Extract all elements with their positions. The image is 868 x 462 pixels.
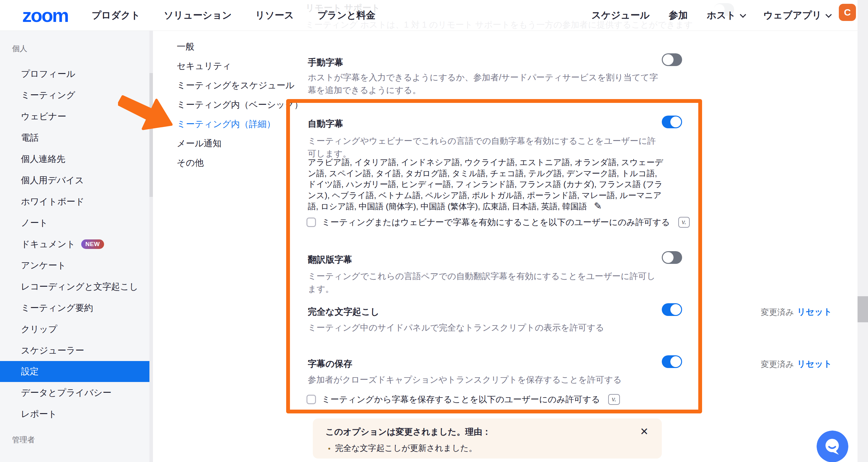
sidebar-item-webinars[interactable]: ウェビナー [0,106,149,127]
nav-schedule[interactable]: スケジュール [591,9,650,22]
zoom-settings-page: リモート サポート ミーティング ホストは、1 対 1 のリモート サポートをも… [0,0,868,462]
toggle-knob [670,356,681,367]
restrict-captions-checkbox[interactable] [307,218,316,227]
sidebar-item-personal-devices[interactable]: 個人用デバイス [0,170,149,191]
restrict-captions-label: ミーティングまたはウェビナーで字幕を有効にすることを以下のユーザーにのみ許可する [322,216,670,228]
page-scrollbar-track [858,0,868,462]
notification-title: このオプションは変更されました。理由： [326,426,649,437]
sidebar-item-reports[interactable]: レポート [0,403,149,425]
subnav-email-notification[interactable]: メール通知 [177,138,303,149]
header-right-nav: スケジュール 参加 ホスト ウェブアプリ [591,0,830,31]
sidebar-item-meeting-summary[interactable]: ミーティング要約 [0,297,149,318]
zoom-logo[interactable]: zoom [22,4,68,26]
restrict-save-checkbox[interactable] [307,395,316,404]
subnav-schedule-meeting[interactable]: ミーティングをスケジュール [177,80,303,90]
sidebar-item-personal-contacts[interactable]: 個人連絡先 [0,148,149,170]
nav-host-label: ホスト [707,9,736,22]
full-transcript-desc: ミーティング中のサイドパネルで完全なトランスクリプトの表示を許可する [308,321,661,334]
sidebar-section-personal: 個人 [12,44,27,54]
save-captions-title: 字幕の保存 [308,358,352,370]
save-captions-desc: 参加者がクローズドキャプションやトランスクリプトを保存することを許可する [308,373,661,386]
sidebar-item-notes[interactable]: ノート [0,212,149,233]
sidebar-item-surveys[interactable]: アンケート [0,255,149,276]
sidebar-item-profile[interactable]: プロフィール [0,63,149,84]
auto-captions-toggle[interactable] [662,116,682,128]
nav-resources[interactable]: リソース [255,9,294,22]
nav-host-menu[interactable]: ホスト [707,9,744,22]
sidebar-list: プロフィール ミーティング ウェビナー 電話 個人連絡先 個人用デバイス ホワイ… [0,63,149,425]
manual-captions-toggle[interactable] [662,53,682,66]
page-scrollbar-thumb[interactable] [858,296,868,322]
sidebar-item-whiteboard[interactable]: ホワイトボード [0,191,149,212]
new-badge: NEW [81,239,104,249]
nav-solutions[interactable]: ソリューション [164,9,231,22]
sidebar-item-recordings[interactable]: レコーディングと文字起こし [0,276,149,297]
nav-webapp-menu[interactable]: ウェブアプリ [763,9,830,22]
save-captions-toggle[interactable] [662,355,682,368]
chevron-down-icon [826,11,832,18]
full-transcript-title: 完全な文字起こし [308,306,379,318]
restrict-save-label: ミーティングから字幕を保存することを以下のユーザーにのみ許可する [322,394,600,405]
full-transcript-toggle[interactable] [662,303,682,316]
nav-webapp-label: ウェブアプリ [763,9,822,22]
version-badge-icon[interactable]: v. [608,394,620,405]
sidebar-item-meetings[interactable]: ミーティング [0,84,149,106]
sidebar-section-admin: 管理者 [12,435,35,445]
close-icon[interactable]: ✕ [640,426,648,437]
auto-captions-languages: アラビア語, イタリア語, インドネシア語, ウクライナ語, エストニア語, オ… [308,157,666,212]
version-badge-icon[interactable]: v. [678,217,690,228]
toggle-knob [663,54,674,65]
settings-subnav: 一般 セキュリティ ミーティングをスケジュール ミーティング内（ベーシック） ミ… [177,41,303,177]
save-captions-modified-badge: 変更済み [761,359,794,370]
languages-text: アラビア語, イタリア語, インドネシア語, ウクライナ語, エストニア語, オ… [308,157,663,211]
subnav-general[interactable]: 一般 [177,41,303,52]
bullet-icon: • [328,444,331,453]
nav-join[interactable]: 参加 [669,9,688,22]
sidebar-item-documents[interactable]: ドキュメントNEW [0,233,149,255]
subnav-security[interactable]: セキュリティ [177,61,303,71]
subnav-in-meeting-basic[interactable]: ミーティング内（ベーシック） [177,99,303,110]
change-notification: このオプションは変更されました。理由： •完全な文字起こしが更新されました。 ✕ [313,418,662,459]
notification-reason-text: 完全な文字起こしが更新されました。 [335,443,477,453]
full-transcript-modified-badge: 変更済み [761,307,794,318]
sidebar-item-settings[interactable]: 設定 [0,361,149,382]
sidebar-item-label: ドキュメント [21,238,75,250]
translated-captions-desc: ミーティングでこれらの言語ペアでの自動翻訳字幕を有効にすることをユーザーに許可し… [308,270,661,295]
auto-captions-restrict-row: ミーティングまたはウェビナーで字幕を有効にすることを以下のユーザーにのみ許可する… [307,216,690,228]
edit-pencil-icon[interactable]: ✎ [594,201,602,212]
sidebar-item-scheduler[interactable]: スケジューラー [0,340,149,361]
sidebar-item-data-privacy[interactable]: データとプライバシー [0,382,149,403]
toggle-knob [663,252,674,263]
top-header: zoom プロダクト ソリューション リソース プランと料金 スケジュール 参加… [0,0,868,31]
sidebar: 個人 プロフィール ミーティング ウェビナー 電話 個人連絡先 個人用デバイス … [0,31,149,462]
chevron-down-icon [740,11,746,18]
subnav-in-meeting-advanced[interactable]: ミーティング内（詳細） [177,119,303,129]
main-nav: プロダクト ソリューション リソース プランと料金 [92,9,376,22]
save-captions-restrict-row: ミーティングから字幕を保存することを以下のユーザーにのみ許可する v. [307,394,620,405]
toggle-knob [670,117,681,127]
sidebar-scrollbar-thumb[interactable] [149,73,153,197]
sidebar-item-clips[interactable]: クリップ [0,318,149,340]
full-transcript-reset-link[interactable]: リセット [797,306,832,318]
nav-plans-pricing[interactable]: プランと料金 [317,9,376,22]
translated-captions-toggle[interactable] [662,251,682,264]
subnav-other[interactable]: その他 [177,157,303,168]
notification-reason: •完全な文字起こしが更新されました。 [326,443,649,454]
auto-captions-title: 自動字幕 [308,118,343,130]
manual-captions-title: 手動字幕 [308,57,343,68]
auto-captions-desc: ミーティングやウェビナーでこれらの言語での自動字幕を有効にすることをユーザーに許… [308,135,661,160]
support-chat-button[interactable] [816,431,848,462]
toggle-knob [670,304,681,315]
avatar[interactable]: C [839,4,856,21]
sidebar-item-phone[interactable]: 電話 [0,127,149,148]
translated-captions-title: 翻訳版字幕 [308,254,352,266]
save-captions-reset-link[interactable]: リセット [797,358,832,370]
manual-captions-desc: ホストが字幕を入力できるようにするか、参加者/サードパーティサービスを割り当てて… [308,71,661,96]
nav-products[interactable]: プロダクト [92,9,141,22]
